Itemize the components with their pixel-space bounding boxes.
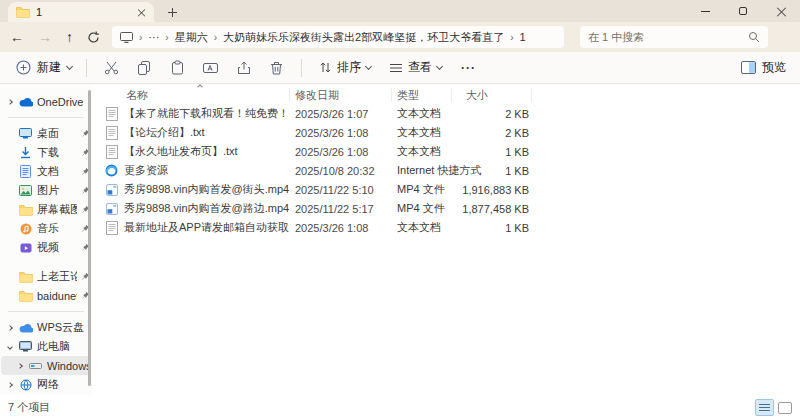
file-date: 2025/11/22 5:10 <box>290 184 392 196</box>
sidebar-item-network[interactable]: 网络 <box>0 375 92 394</box>
this-pc-icon <box>120 32 133 43</box>
chevron-right-icon[interactable] <box>5 380 14 389</box>
file-row[interactable]: 秀房9898.vin内购首发@街头.mp4 2025/11/22 5:10 MP… <box>92 180 800 199</box>
more-options-button[interactable]: ··· <box>461 61 476 75</box>
video-file-icon <box>105 203 118 215</box>
sidebar-item-windows-ssd[interactable]: Windows-SSD <box>1 356 91 375</box>
file-row[interactable]: 更多资源 2025/10/8 20:32 Internet 快捷方式 1 KB <box>92 161 800 180</box>
tab-title: 1 <box>36 6 131 18</box>
toolbar-divider <box>86 59 87 77</box>
sidebar-item-this-pc[interactable]: 此电脑 <box>0 337 92 356</box>
column-header-type[interactable]: 类型 <box>392 88 452 102</box>
chevron-right-icon[interactable] <box>5 97 14 106</box>
column-header-name[interactable]: 名称 <box>92 88 290 102</box>
file-name: 【永久地址发布页】.txt <box>124 144 238 159</box>
column-header-date-modified[interactable]: 修改日期 <box>290 88 392 102</box>
breadcrumb-separator: › <box>214 32 217 43</box>
refresh-icon[interactable] <box>87 31 100 44</box>
new-button[interactable]: 新建 <box>10 59 78 76</box>
sidebar-item-desktop[interactable]: 桌面 <box>0 124 92 143</box>
file-name: 秀房9898.vin内购首发@街头.mp4 <box>124 182 289 197</box>
sort-button[interactable]: 排序 <box>319 59 371 76</box>
documents-icon <box>18 165 33 178</box>
sort-button-label: 排序 <box>337 59 361 76</box>
breadcrumb-item[interactable]: 大奶萌妹乐乐深夜街头露出2部双峰坚挺，环卫大爷看直了 <box>223 30 504 45</box>
new-button-label: 新建 <box>37 59 61 76</box>
chevron-down-icon[interactable] <box>5 342 14 351</box>
maximize-icon <box>739 7 747 15</box>
file-size: 1 KB <box>452 146 532 158</box>
sidebar-item-baidunetdisk[interactable]: baidunetdisk <box>0 286 92 305</box>
search-icon <box>748 31 760 43</box>
wps-cloud-icon <box>18 323 33 333</box>
breadcrumb-item[interactable]: 1 <box>520 31 526 43</box>
breadcrumb[interactable]: › ··· › 星期六 › 大奶萌妹乐乐深夜街头露出2部双峰坚挺，环卫大爷看直了… <box>112 26 564 48</box>
large-icons-view-button[interactable] <box>778 402 792 414</box>
share-icon <box>237 61 251 75</box>
chevron-down-icon <box>66 62 73 69</box>
sidebar-divider <box>8 311 84 312</box>
file-name: 【来了就能下载和观看！纯免费！】.txt <box>124 106 290 121</box>
file-size: 1,877,458 KB <box>452 203 532 215</box>
text-file-icon <box>105 145 118 159</box>
share-button[interactable] <box>235 61 252 75</box>
cut-button[interactable] <box>103 60 120 75</box>
chevron-right-icon[interactable] <box>5 323 14 332</box>
breadcrumb-separator: › <box>510 32 513 43</box>
sidebar-item-videos[interactable]: 视频 <box>0 238 92 257</box>
back-button[interactable]: ← <box>10 29 24 45</box>
file-row[interactable]: 秀房9898.vin内购首发@路边.mp4 2025/11/22 5:17 MP… <box>92 199 800 218</box>
rename-button[interactable] <box>202 61 219 75</box>
preview-toggle[interactable]: 预览 <box>741 59 786 76</box>
breadcrumb-ellipsis[interactable]: ··· <box>148 31 159 43</box>
file-row[interactable]: 【永久地址发布页】.txt 2025/3/26 1:08 文本文档 1 KB <box>92 142 800 161</box>
details-view-button[interactable] <box>755 399 774 416</box>
column-header-size[interactable]: 大小 <box>452 88 532 102</box>
sidebar-item-folder[interactable]: 上老王论坛当 <box>0 267 92 286</box>
minimize-button[interactable] <box>686 0 724 22</box>
internet-shortcut-icon <box>105 164 118 177</box>
drive-icon <box>28 361 43 371</box>
copy-button[interactable] <box>136 60 153 75</box>
new-tab-button[interactable] <box>164 4 180 20</box>
copy-icon <box>137 60 152 75</box>
rename-icon <box>203 61 218 75</box>
file-row[interactable]: 最新地址及APP请发邮箱自动获取！！！.txt 2025/3/26 1:08 文… <box>92 218 800 237</box>
search-input[interactable]: 在 1 中搜索 <box>580 26 768 48</box>
delete-button[interactable] <box>268 61 285 75</box>
preview-label: 预览 <box>762 59 786 76</box>
file-row[interactable]: 【来了就能下载和观看！纯免费！】.txt 2025/3/26 1:07 文本文档… <box>92 104 800 123</box>
new-plus-circle-icon <box>16 60 31 75</box>
view-button[interactable]: 查看 <box>389 59 442 76</box>
sidebar-item-wps-cloud[interactable]: WPS云盘 <box>0 318 92 337</box>
up-button[interactable]: ↑ <box>66 29 73 45</box>
sidebar-item-onedrive[interactable]: OneDrive <box>0 92 92 111</box>
search-placeholder: 在 1 中搜索 <box>588 30 748 45</box>
breadcrumb-separator: › <box>165 32 168 43</box>
file-size: 1,916,883 KB <box>452 184 532 196</box>
breadcrumb-separator: › <box>139 32 142 43</box>
maximize-button[interactable] <box>724 0 762 22</box>
sidebar-item-downloads[interactable]: 下载 <box>0 143 92 162</box>
file-type: 文本文档 <box>392 125 452 140</box>
sidebar-item-pictures[interactable]: 图片 <box>0 181 92 200</box>
chevron-right-icon[interactable] <box>15 361 24 370</box>
forward-button[interactable]: → <box>38 29 52 45</box>
folder-icon <box>18 204 33 216</box>
sidebar-item-screenshots[interactable]: 屏幕截图 <box>0 200 92 219</box>
sidebar-item-music[interactable]: 音乐 <box>0 219 92 238</box>
onedrive-cloud-icon <box>18 97 33 107</box>
file-row[interactable]: 【论坛介绍】.txt 2025/3/26 1:08 文本文档 2 KB <box>92 123 800 142</box>
toolbar: 新建 排序 查看 ··· 预览 <box>0 52 800 84</box>
text-file-icon <box>105 126 118 140</box>
paste-button[interactable] <box>169 60 186 75</box>
sidebar-item-documents[interactable]: 文档 <box>0 162 92 181</box>
close-icon <box>777 7 786 16</box>
explorer-tab[interactable]: 1 <box>8 2 154 22</box>
breadcrumb-item[interactable]: 星期六 <box>175 30 208 45</box>
tab-close-icon[interactable] <box>138 8 145 15</box>
this-pc-icon <box>18 341 33 352</box>
sidebar-scrollbar[interactable] <box>88 90 91 386</box>
close-button[interactable] <box>762 0 800 22</box>
file-type: MP4 文件 <box>392 201 452 216</box>
